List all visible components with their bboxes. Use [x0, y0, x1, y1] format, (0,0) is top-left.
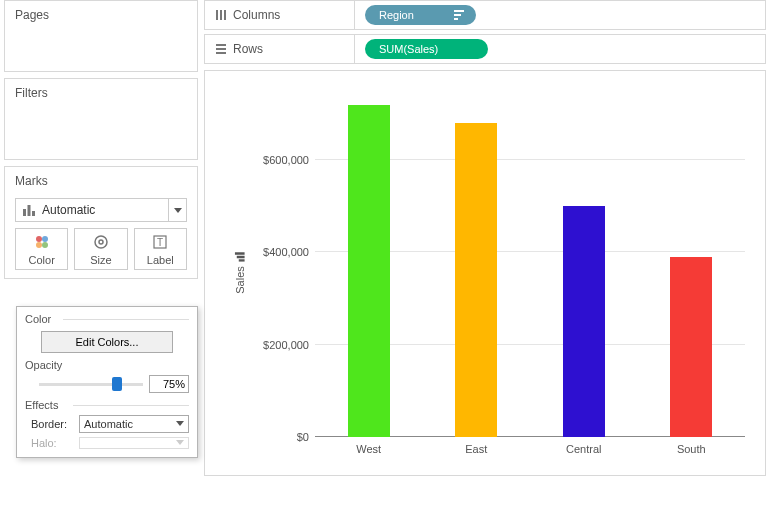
- rows-label: Rows: [233, 42, 263, 56]
- rows-pill-sales[interactable]: SUM(Sales): [365, 39, 488, 59]
- svg-point-3: [36, 236, 42, 242]
- svg-rect-1: [28, 205, 31, 216]
- svg-point-4: [42, 236, 48, 242]
- opacity-slider[interactable]: [39, 376, 143, 392]
- size-icon: [92, 233, 110, 251]
- mark-type-caret[interactable]: [168, 199, 186, 221]
- svg-rect-16: [454, 18, 458, 20]
- svg-text:T: T: [157, 237, 163, 248]
- color-icon: [34, 233, 50, 251]
- automatic-mark-icon: [22, 203, 36, 217]
- svg-rect-17: [216, 44, 226, 46]
- bar-east[interactable]: [455, 123, 497, 437]
- chevron-down-icon: [176, 440, 184, 446]
- marks-label-label: Label: [147, 254, 174, 266]
- svg-rect-13: [224, 10, 226, 20]
- svg-rect-19: [216, 52, 226, 54]
- filters-panel: Filters: [4, 78, 198, 160]
- svg-point-8: [99, 240, 103, 244]
- svg-rect-14: [454, 10, 464, 12]
- marks-title: Marks: [5, 167, 197, 192]
- marks-size-label: Size: [90, 254, 111, 266]
- pill-label: SUM(Sales): [379, 43, 438, 55]
- filters-title: Filters: [5, 79, 197, 104]
- pages-title: Pages: [5, 1, 197, 26]
- plot-area: $0$200,000$400,000$600,000WestEastCentra…: [315, 91, 745, 437]
- svg-rect-12: [220, 10, 222, 20]
- mark-type-dropdown[interactable]: Automatic: [15, 198, 187, 222]
- svg-point-5: [36, 242, 42, 248]
- columns-pill-region[interactable]: Region: [365, 5, 476, 25]
- marks-label-button[interactable]: T Label: [134, 228, 187, 270]
- y-axis-title[interactable]: Sales: [234, 252, 246, 294]
- pill-label: Region: [379, 9, 414, 21]
- pages-panel: Pages: [4, 0, 198, 72]
- svg-rect-18: [216, 48, 226, 50]
- opacity-section-label: Opacity: [25, 359, 189, 371]
- svg-point-7: [95, 236, 107, 248]
- label-icon: T: [152, 233, 168, 251]
- effects-section-label: Effects: [25, 399, 189, 411]
- svg-point-6: [42, 242, 48, 248]
- opacity-input[interactable]: [149, 375, 189, 393]
- halo-select: [79, 437, 189, 449]
- rows-icon: [215, 43, 227, 55]
- y-axis-label: Sales: [234, 266, 246, 294]
- halo-label: Halo:: [31, 437, 75, 449]
- svg-rect-2: [32, 211, 35, 216]
- color-popup: Color Edit Colors... Opacity Effects Bor…: [16, 306, 198, 458]
- columns-label: Columns: [233, 8, 280, 22]
- bar-south[interactable]: [670, 257, 712, 437]
- border-value: Automatic: [84, 418, 133, 430]
- rows-shelf[interactable]: Rows SUM(Sales): [204, 34, 766, 64]
- edit-colors-button[interactable]: Edit Colors...: [41, 331, 173, 353]
- chevron-down-icon: [176, 421, 184, 427]
- category-label: South: [651, 443, 731, 455]
- sort-desc-icon: [235, 252, 245, 262]
- category-label: East: [436, 443, 516, 455]
- sort-icon: [454, 10, 466, 20]
- marks-color-label: Color: [29, 254, 55, 266]
- category-label: Central: [544, 443, 624, 455]
- columns-icon: [215, 9, 227, 21]
- y-tick-label: $200,000: [245, 339, 315, 351]
- columns-shelf[interactable]: Columns Region: [204, 0, 766, 30]
- svg-rect-15: [454, 14, 461, 16]
- y-tick-label: $400,000: [245, 246, 315, 258]
- border-label: Border:: [31, 418, 75, 430]
- marks-size-button[interactable]: Size: [74, 228, 127, 270]
- bar-west[interactable]: [348, 105, 390, 437]
- svg-rect-21: [237, 256, 245, 259]
- border-select[interactable]: Automatic: [79, 415, 189, 433]
- chart-viewport: Sales $0$200,000$400,000$600,000WestEast…: [204, 70, 766, 476]
- svg-rect-22: [235, 253, 245, 256]
- svg-rect-0: [23, 209, 26, 216]
- opacity-slider-thumb[interactable]: [112, 377, 122, 391]
- marks-color-button[interactable]: Color: [15, 228, 68, 270]
- y-tick-label: $0: [245, 431, 315, 443]
- chevron-down-icon: [174, 208, 182, 213]
- bar-central[interactable]: [563, 206, 605, 437]
- category-label: West: [329, 443, 409, 455]
- svg-rect-20: [239, 260, 245, 263]
- marks-panel: Marks Automatic: [4, 166, 198, 279]
- svg-rect-11: [216, 10, 218, 20]
- color-section-label: Color: [25, 313, 189, 325]
- y-tick-label: $600,000: [245, 154, 315, 166]
- mark-type-label: Automatic: [42, 203, 95, 217]
